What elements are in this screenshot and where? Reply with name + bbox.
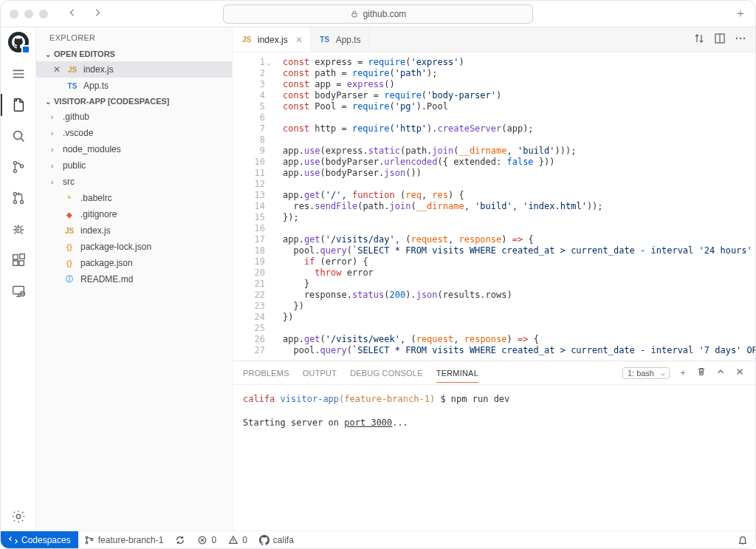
editor-tab[interactable]: TSApp.ts: [311, 27, 369, 52]
folder-item[interactable]: ›public: [36, 157, 232, 174]
chevron-right-icon: ›: [51, 146, 58, 154]
branch-status[interactable]: feature-branch-1: [78, 531, 170, 549]
file-type-icon: JS: [63, 227, 76, 235]
file-type-icon: TS: [318, 35, 331, 44]
terminal-body[interactable]: califa visitor-app(feature-branch-1) $ n…: [233, 385, 755, 531]
close-panel-icon[interactable]: [735, 366, 745, 379]
github-user-status[interactable]: califa: [253, 531, 300, 549]
file-item[interactable]: ᵇ.babelrc: [36, 190, 232, 206]
source-control-icon[interactable]: [1, 153, 36, 181]
forward-button[interactable]: [88, 7, 107, 20]
file-type-icon: {}: [63, 259, 76, 267]
file-type-icon: JS: [66, 66, 79, 74]
problems-tab[interactable]: PROBLEMS: [243, 369, 289, 378]
svg-rect-16: [19, 254, 24, 259]
open-editors-section[interactable]: ⌄ OPEN EDITORS: [36, 47, 232, 61]
svg-point-11: [20, 200, 23, 203]
file-item[interactable]: JSindex.js: [36, 222, 232, 239]
file-type-icon: ᵇ: [63, 194, 76, 202]
chevron-right-icon: ›: [51, 162, 58, 170]
open-editor-item[interactable]: TSApp.ts: [36, 78, 232, 94]
folder-item[interactable]: ›node_modules: [36, 141, 232, 157]
maximize-panel-icon[interactable]: [715, 366, 726, 379]
folder-item[interactable]: ›.github: [36, 109, 232, 125]
svg-point-22: [736, 38, 738, 39]
tab-label: App.ts: [336, 35, 361, 45]
svg-point-19: [16, 514, 21, 519]
svg-rect-13: [13, 255, 17, 259]
folder-name: node_modules: [63, 144, 121, 154]
debug-console-tab[interactable]: DEBUG CONSOLE: [350, 369, 423, 378]
svg-line-5: [21, 138, 24, 141]
terminal-selector[interactable]: 1: bash: [622, 367, 670, 379]
run-debug-icon[interactable]: [1, 215, 36, 243]
bottom-panel: PROBLEMS OUTPUT DEBUG CONSOLE TERMINAL 1…: [233, 361, 755, 531]
svg-rect-15: [18, 261, 23, 265]
code-editor[interactable]: 1⌄23456789101112131415161718192021222324…: [233, 52, 755, 361]
svg-point-10: [13, 200, 16, 203]
more-icon[interactable]: [735, 33, 746, 47]
file-item[interactable]: ⓘREADME.md: [36, 271, 232, 287]
svg-point-7: [13, 169, 16, 172]
editor-tabs: JSindex.js✕TSApp.ts: [233, 27, 755, 52]
new-tab-button[interactable]: ＋: [735, 6, 746, 21]
minimize-window[interactable]: [24, 10, 33, 18]
explorer-icon[interactable]: [1, 91, 36, 119]
chevron-down-icon: ⌄: [45, 50, 51, 58]
explorer-sidebar: EXPLORER ⌄ OPEN EDITORS ✕JSindex.jsTSApp…: [36, 27, 233, 531]
search-icon[interactable]: [1, 122, 36, 150]
pull-requests-icon[interactable]: [1, 184, 36, 212]
file-name: package-lock.json: [80, 242, 151, 252]
compare-icon[interactable]: [693, 33, 705, 47]
warnings-status[interactable]: 0: [222, 531, 253, 549]
errors-status[interactable]: 0: [191, 531, 222, 549]
new-terminal-icon[interactable]: ＋: [678, 366, 687, 379]
open-editor-item[interactable]: ✕JSindex.js: [36, 61, 232, 78]
svg-point-6: [13, 161, 16, 164]
window-titlebar: github.com ＋: [1, 1, 755, 27]
editor-tab[interactable]: JSindex.js✕: [233, 27, 311, 52]
svg-point-23: [740, 38, 741, 39]
sidebar-title: EXPLORER: [36, 27, 232, 47]
file-name: .gitignore: [80, 209, 117, 219]
file-type-icon: JS: [240, 35, 253, 44]
folder-item[interactable]: ›.vscode: [36, 125, 232, 141]
split-editor-icon[interactable]: [714, 33, 726, 47]
workspace-section[interactable]: ⌄ VISITOR-APP [CODESPACES]: [36, 94, 232, 109]
folder-name: src: [63, 177, 75, 187]
file-type-icon: {}: [63, 243, 76, 251]
window-controls: [10, 10, 48, 18]
settings-gear-icon[interactable]: [1, 502, 36, 531]
back-button[interactable]: [63, 7, 82, 20]
folder-item[interactable]: ›src: [36, 174, 232, 190]
url-bar[interactable]: github.com: [223, 4, 533, 24]
github-logo[interactable]: [8, 32, 29, 52]
file-name: App.ts: [83, 81, 109, 91]
output-tab[interactable]: OUTPUT: [303, 369, 337, 378]
svg-point-24: [743, 38, 745, 39]
maximize-window[interactable]: [39, 10, 48, 18]
menu-icon[interactable]: [1, 60, 36, 88]
svg-rect-0: [352, 13, 357, 17]
remote-explorer-icon[interactable]: [1, 277, 36, 305]
notifications-icon[interactable]: [732, 531, 755, 549]
file-name: package.json: [80, 258, 133, 268]
codespaces-status[interactable]: Codespaces: [1, 531, 78, 549]
file-type-icon: ⓘ: [63, 274, 76, 284]
extensions-icon[interactable]: [1, 246, 36, 274]
sync-status[interactable]: [169, 531, 191, 549]
kill-terminal-icon[interactable]: [696, 366, 707, 379]
chevron-right-icon: ›: [51, 178, 58, 186]
svg-rect-17: [13, 287, 24, 294]
close-tab-icon[interactable]: ✕: [295, 35, 303, 45]
close-window[interactable]: [10, 10, 18, 18]
file-item[interactable]: ◆.gitignore: [36, 206, 232, 222]
port-link[interactable]: port 3000: [344, 417, 392, 428]
terminal-tab[interactable]: TERMINAL: [436, 369, 478, 383]
file-item[interactable]: {}package-lock.json: [36, 239, 232, 255]
file-name: README.md: [80, 274, 133, 284]
svg-point-9: [13, 192, 16, 195]
close-icon[interactable]: ✕: [52, 64, 61, 75]
file-name: .babelrc: [80, 193, 112, 203]
file-item[interactable]: {}package.json: [36, 255, 232, 271]
